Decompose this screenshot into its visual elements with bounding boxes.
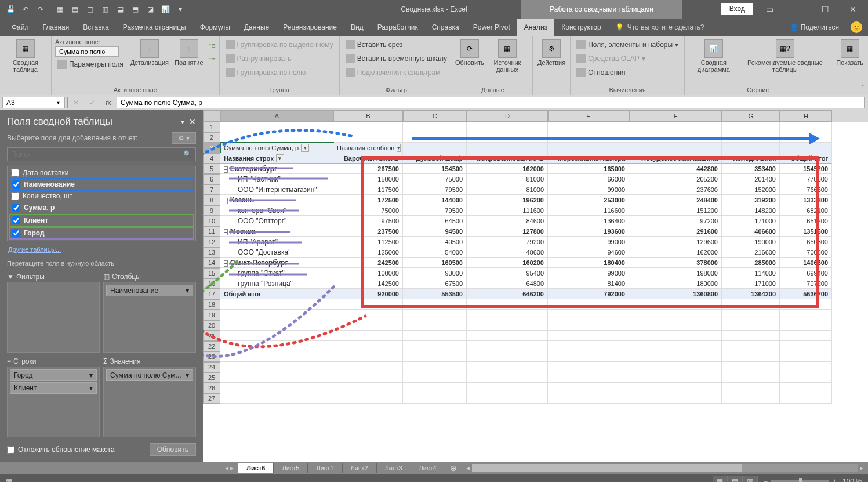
cell[interactable] — [629, 351, 722, 362]
cell[interactable] — [403, 341, 467, 351]
cell[interactable]: 67500 — [403, 278, 467, 289]
field-item[interactable]: Количество, шт — [9, 191, 194, 201]
cell[interactable] — [403, 362, 467, 372]
cell[interactable]: 94600 — [548, 247, 629, 258]
zoom-in-icon[interactable]: + — [833, 477, 837, 483]
qat-icon[interactable]: ◫ — [83, 2, 97, 16]
cell[interactable] — [629, 132, 722, 143]
cell[interactable]: 152000 — [722, 184, 780, 195]
cell[interactable]: 766600 — [780, 184, 832, 195]
tab-Формулы[interactable]: Формулы — [193, 19, 237, 36]
column-header[interactable]: H — [780, 110, 832, 122]
cell[interactable] — [548, 143, 629, 153]
sheet-nav[interactable]: ◂ ▸ — [220, 464, 238, 472]
cell[interactable]: 778600 — [780, 174, 832, 184]
cell[interactable] — [780, 122, 832, 132]
tab-Разработчик[interactable]: Разработчик — [371, 19, 425, 36]
cell[interactable]: 54000 — [403, 247, 467, 258]
tab-Вставка[interactable]: Вставка — [76, 19, 116, 36]
scroll-right-icon[interactable]: ▸ — [860, 464, 863, 472]
cell[interactable]: 650800 — [780, 237, 832, 247]
cell[interactable]: 707200 — [780, 278, 832, 289]
row-header[interactable]: 22 — [203, 341, 220, 351]
defer-checkbox[interactable] — [7, 446, 14, 454]
cell[interactable] — [333, 351, 403, 362]
column-header[interactable]: C — [403, 110, 467, 122]
recommended-pivot-button[interactable]: ▦?Рекомендуемые сводные таблицы — [743, 38, 828, 74]
cell[interactable]: 353400 — [722, 164, 780, 174]
cell[interactable]: 81400 — [548, 278, 629, 289]
pane-search[interactable]: 🔍 — [7, 147, 196, 161]
cell[interactable] — [467, 132, 548, 143]
cell[interactable]: 111600 — [467, 205, 548, 216]
cell[interactable]: 682100 — [780, 205, 832, 216]
cell[interactable]: 165000 — [548, 164, 629, 174]
row-header[interactable]: 7 — [203, 184, 220, 195]
cell[interactable] — [467, 372, 548, 383]
cell[interactable]: 242500 — [333, 258, 403, 268]
cell[interactable]: 64800 — [467, 278, 548, 289]
cell[interactable]: 129600 — [629, 237, 722, 247]
cell[interactable]: 40500 — [403, 237, 467, 247]
cell[interactable]: 193600 — [548, 226, 629, 237]
maximize-icon[interactable]: ☐ — [813, 1, 837, 17]
row-header[interactable]: 21 — [203, 331, 220, 341]
cell[interactable]: 291600 — [629, 226, 722, 237]
cell[interactable] — [722, 299, 780, 310]
cell[interactable]: 81000 — [467, 184, 548, 195]
name-box[interactable]: A3▼ — [2, 97, 65, 108]
row-header[interactable]: 1 — [203, 122, 220, 132]
cell[interactable] — [403, 143, 467, 153]
cell[interactable]: 94500 — [403, 226, 467, 237]
row-header[interactable]: 16 — [203, 278, 220, 289]
row-header[interactable]: 5 — [203, 164, 220, 174]
cell[interactable]: 125000 — [333, 247, 403, 258]
cell[interactable]: Названия столбцов ▾ — [333, 143, 403, 153]
cell[interactable]: 267500 — [333, 164, 403, 174]
cell[interactable]: 97500 — [333, 216, 403, 226]
zoom-out-icon[interactable]: − — [764, 477, 768, 483]
cell[interactable]: Сумма по полю Сумма, р▾ — [220, 143, 333, 153]
cell[interactable] — [780, 341, 832, 351]
cell[interactable] — [333, 393, 403, 404]
relationships-button[interactable]: Отношения — [574, 66, 681, 79]
cell[interactable]: 700800 — [780, 247, 832, 258]
cell[interactable]: 100000 — [333, 268, 403, 278]
cell[interactable] — [780, 383, 832, 393]
insert-timeline-button[interactable]: Вставить временную шкалу — [343, 52, 449, 65]
tab-Вид[interactable]: Вид — [344, 19, 371, 36]
cell[interactable]: ООО "Оптторг" — [220, 216, 333, 226]
cell[interactable]: 1545200 — [780, 164, 832, 174]
cell[interactable]: 151200 — [629, 205, 722, 216]
qat-icon[interactable]: ⬒ — [128, 2, 142, 16]
sheet-tab[interactable]: Лист5 — [274, 463, 308, 473]
zoom-slider[interactable]: − + — [764, 477, 837, 483]
cell[interactable]: 920000 — [333, 289, 403, 299]
cell[interactable]: 64500 — [403, 216, 467, 226]
cell[interactable] — [220, 132, 333, 143]
other-tables-link[interactable]: Другие таблицы... — [5, 244, 198, 255]
cell[interactable]: 48600 — [467, 247, 548, 258]
cell[interactable]: ИП "Частник" — [220, 174, 333, 184]
column-header[interactable]: G — [722, 110, 780, 122]
cell[interactable]: Микроволновая печь — [467, 153, 548, 164]
cell[interactable] — [220, 320, 333, 331]
tab-Справка[interactable]: Справка — [425, 19, 466, 36]
cell[interactable]: 79200 — [467, 237, 548, 247]
cell[interactable]: 792000 — [548, 289, 629, 299]
cell[interactable] — [333, 383, 403, 393]
cell[interactable]: 154500 — [403, 164, 467, 174]
login-button[interactable]: Вход — [721, 3, 753, 15]
select-all-corner[interactable] — [203, 110, 220, 122]
sheet-tab[interactable]: Лист2 — [343, 463, 377, 473]
cell[interactable] — [548, 331, 629, 341]
cell[interactable] — [548, 299, 629, 310]
field-item[interactable]: Дата поставки — [9, 168, 194, 178]
cell[interactable]: 99000 — [548, 237, 629, 247]
cell[interactable] — [548, 362, 629, 372]
field-checkbox[interactable] — [12, 216, 20, 224]
row-header[interactable]: 9 — [203, 205, 220, 216]
collapse-icon[interactable]: − — [224, 229, 228, 235]
cell[interactable] — [333, 132, 403, 143]
feedback-icon[interactable]: 🙂 — [851, 21, 862, 33]
